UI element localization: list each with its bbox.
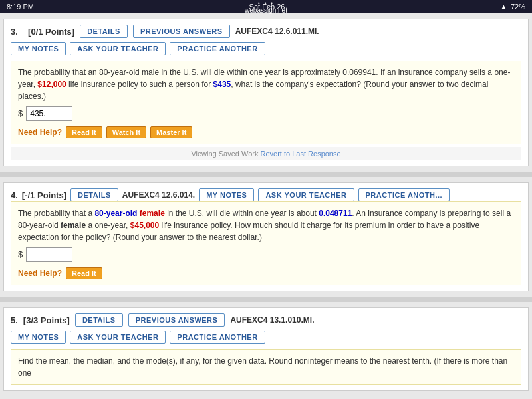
dots-icon: • • • [258,0,274,7]
problem-3-master-it-button[interactable]: Master It [150,126,192,138]
problem-3-block: 3. [0/1 Points] DETAILS PREVIOUS ANSWERS… [3,19,529,166]
problem-3-saved-work: Viewing Saved Work Revert to Last Respon… [11,147,521,160]
problem-4-number: 4. [11,190,18,200]
problem-3-input-row: $ [18,106,514,121]
problem-3-header: 3. [0/1 Points] DETAILS PREVIOUS ANSWERS… [11,25,521,38]
problem-3-highlight-blue: $435 [213,80,231,89]
divider-1 [0,172,532,177]
problem-5-body: Find the mean, the median, and the mode(… [11,349,521,385]
problem-4-need-help-label: Need Help? [18,267,62,279]
problem-5-header: 5. [3/3 Points] DETAILS PREVIOUS ANSWERS… [11,313,521,327]
problem-4-practice-another-button[interactable]: PRACTICE ANOTH... [358,188,450,201]
problem-5-prev-answers-button[interactable]: PREVIOUS ANSWERS [128,313,225,327]
problem-3-need-help: Need Help? Read It Watch It Master It [18,126,514,138]
status-right: ▲ 72% [500,3,525,11]
time-display: 8:19 PM [7,3,34,11]
problem-5-block: 5. [3/3 Points] DETAILS PREVIOUS ANSWERS… [3,307,529,391]
problem-5-id: AUFEXC4 13.1.010.MI. [230,315,314,325]
problem-5-body-text: Find the mean, the median, and the mode(… [18,356,507,378]
problem-3-points: [0/1 Points] [28,27,74,37]
problem-4-highlight-2: 0.048711 [319,209,352,218]
problem-3-my-notes-button[interactable]: MY NOTES [11,42,66,55]
problem-3-need-help-label: Need Help? [18,126,62,138]
problem-4-input-row: $ [18,247,514,262]
problem-5-number: 5. [11,315,18,325]
divider-2 [0,297,532,302]
problem-4-highlight-3: $45,000 [130,221,159,230]
battery-display: 72% [511,3,525,11]
problem-3-answer-input[interactable] [26,106,72,121]
problem-3-highlight-red: $12,000 [37,80,66,89]
problem-3-saved-text: Viewing Saved Work [191,150,260,158]
problem-5-practice-another-button[interactable]: PRACTICE ANOTHER [170,331,265,344]
problem-4-answer-input[interactable] [26,247,72,262]
problem-3-action-buttons: MY NOTES ASK YOUR TEACHER PRACTICE ANOTH… [11,42,521,55]
problem-5-my-notes-button[interactable]: MY NOTES [11,331,66,344]
problem-4-body: The probability that a 80-year-old femal… [11,201,521,285]
problem-4-body-text: The probability that a 80-year-old femal… [18,209,511,242]
problem-4-highlight-female: female [140,209,165,218]
wifi-icon: ▲ [500,3,507,11]
problem-5-ask-teacher-button[interactable]: ASK YOUR TEACHER [70,331,166,344]
problem-4-dollar-sign: $ [18,248,23,261]
problem-3-body: The probability that an 80-year-old male… [11,61,521,144]
problem-3-details-button[interactable]: DETAILS [80,25,128,38]
problem-4-read-it-button[interactable]: Read It [66,267,102,279]
problem-4-id: AUFEXC4 12.6.014. [122,190,195,200]
problem-3-ask-teacher-button[interactable]: ASK YOUR TEACHER [70,42,166,55]
problem-3-number: 3. [11,27,23,37]
problem-5-details-button[interactable]: DETAILS [75,313,123,327]
problem-3-revert-link[interactable]: Revert to Last Response [261,150,341,158]
status-bar: 8:19 PM Sat Feb 26 • • • webassign.net ▲… [0,0,532,13]
problem-4-ask-teacher-button[interactable]: ASK YOUR TEACHER [258,188,354,201]
problem-4-female-2: female [61,221,86,230]
problem-4-need-help: Need Help? Read It [18,267,514,279]
problem-3-read-it-button[interactable]: Read It [66,126,102,138]
problem-3-watch-it-button[interactable]: Watch It [106,126,146,138]
problem-3-practice-another-button[interactable]: PRACTICE ANOTHER [170,42,265,55]
problem-4-highlight-1: 80-year-old [94,209,137,218]
problem-4-points: [-/1 Points] [22,190,66,200]
problem-4-header: 4. [-/1 Points] DETAILS AUFEXC4 12.6.014… [11,188,521,201]
problem-5-points: [3/3 Points] [23,315,70,325]
problem-4-details-button[interactable]: DETAILS [70,188,118,201]
url-display: webassign.net [245,7,287,14]
url-center: • • • webassign.net [245,0,287,14]
problem-4-block: 4. [-/1 Points] DETAILS AUFEXC4 12.6.014… [3,182,529,291]
problem-5-action-buttons: MY NOTES ASK YOUR TEACHER PRACTICE ANOTH… [11,331,521,344]
problem-3-prev-answers-button[interactable]: PREVIOUS ANSWERS [133,25,230,38]
problem-3-body-text: The probability that an 80-year-old male… [18,68,510,101]
problem-4-my-notes-button[interactable]: MY NOTES [199,188,254,201]
problem-3-dollar-sign: $ [18,107,23,120]
main-content: 3. [0/1 Points] DETAILS PREVIOUS ANSWERS… [0,13,532,399]
problem-3-id: AUFEXC4 12.6.011.MI. [235,27,319,36]
